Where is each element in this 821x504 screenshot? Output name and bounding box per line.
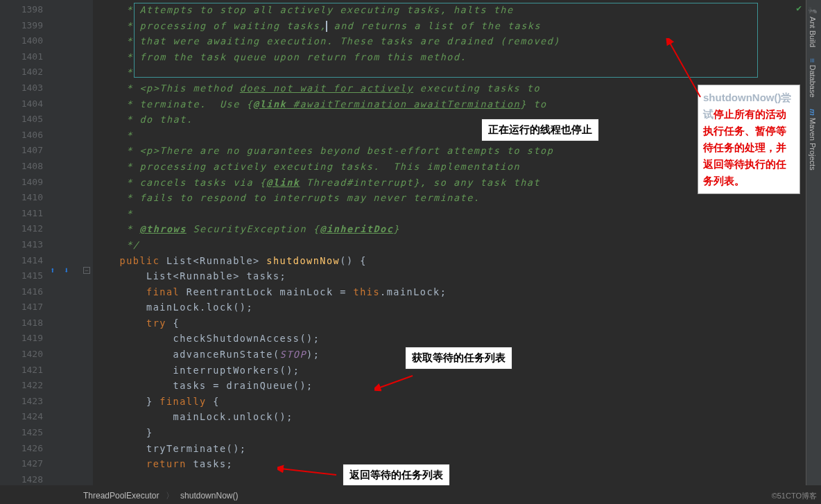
gutter-icon-column: ⬆ ⬇: [49, 0, 83, 485]
code-editor[interactable]: * Attempts to stop all actively executin…: [93, 0, 803, 485]
breadcrumb-class[interactable]: ThreadPoolExecutor: [83, 491, 159, 501]
right-tool-sidebar: 🐜 Ant Build ≡ Database m Maven Projects: [806, 0, 821, 485]
override-marker-icon[interactable]: ⬆: [50, 266, 55, 275]
sidebar-tab-database[interactable]: ≡ Database: [806, 53, 819, 103]
fold-toggle-icon[interactable]: −: [83, 267, 90, 274]
sidebar-tab-ant[interactable]: 🐜 Ant Build: [806, 0, 820, 53]
breadcrumb[interactable]: ThreadPoolExecutor 〉 shutdownNow(): [83, 487, 238, 504]
annotation-return-tasks: 返回等待的任务列表: [343, 464, 450, 485]
annotation-running-threads: 正在运行的线程也停止: [481, 119, 599, 141]
watermark: ©51CTO博客: [772, 491, 817, 501]
line-number-gutter: 1398139914001401140214031404140514061407…: [0, 0, 49, 485]
implements-marker-icon[interactable]: ⬇: [64, 266, 69, 275]
fold-column: −: [83, 0, 93, 485]
chevron-right-icon: 〉: [166, 491, 174, 501]
annotation-side-panel: shutdownNow()尝试停止所有的活动执行任务、暂停等待任务的处理，并返回…: [698, 85, 800, 194]
inspection-ok-icon[interactable]: ✔: [796, 3, 802, 13]
breadcrumb-method[interactable]: shutdownNow(): [180, 491, 238, 501]
annotation-get-tasks: 获取等待的任务列表: [405, 347, 512, 370]
sidebar-tab-maven[interactable]: m Maven Projects: [806, 103, 819, 176]
